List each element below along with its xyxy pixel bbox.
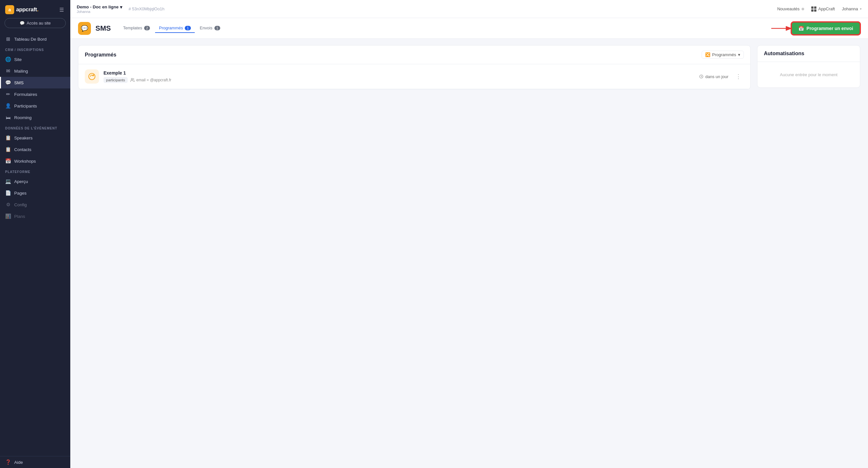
left-panel: Programmés 🔀 Programmés ▾ bbox=[78, 45, 751, 462]
sidebar-item-aide[interactable]: ❓ Aide bbox=[0, 457, 70, 468]
sidebar-label-apercu: Aperçu bbox=[14, 179, 65, 184]
automatisations-header: Automatisations bbox=[757, 46, 860, 62]
programmes-card: Programmés 🔀 Programmés ▾ bbox=[78, 45, 751, 89]
arrow-annotation bbox=[771, 22, 797, 35]
programmes-filter[interactable]: 🔀 Programmés ▾ bbox=[702, 51, 744, 59]
svg-point-2 bbox=[89, 73, 95, 80]
svg-point-3 bbox=[131, 78, 133, 80]
sms-item-filter-info: email = @appcraft.fr bbox=[130, 78, 172, 82]
bed-icon: 🛏 bbox=[5, 115, 11, 120]
tab-programmes[interactable]: Programmés 1 bbox=[155, 24, 195, 33]
sidebar-item-site[interactable]: 🌐 Site bbox=[0, 54, 70, 65]
sms-item-icon bbox=[85, 69, 99, 84]
sidebar-item-sms[interactable]: 💬 SMS bbox=[0, 77, 70, 88]
access-site-button[interactable]: 💬 Accès au site bbox=[4, 18, 66, 28]
user-menu[interactable]: Johanna ▾ bbox=[842, 6, 862, 11]
sidebar-item-contacts[interactable]: 📋 Contacts bbox=[0, 144, 70, 155]
sms-item-name: Exemple 1 bbox=[103, 70, 694, 76]
calendar-icon: 📅 bbox=[5, 158, 11, 164]
form-icon: ✏ bbox=[5, 91, 11, 97]
sidebar-label-rooming: Rooming bbox=[14, 115, 65, 120]
logo-text: appcraft. bbox=[16, 6, 38, 13]
sidebar-label-site: Site bbox=[14, 57, 65, 62]
sidebar-label-sms: SMS bbox=[14, 80, 65, 85]
config-icon: ⚙ bbox=[5, 202, 11, 208]
programmer-btn-label: Programmer un envoi bbox=[806, 26, 853, 31]
appcraft-button[interactable]: AppCraft bbox=[808, 6, 838, 11]
person-icon: 👤 bbox=[5, 103, 11, 109]
sidebar-label-workshops: Workshops bbox=[14, 159, 65, 164]
sms-time-text: dans un jour bbox=[705, 74, 728, 79]
programmes-title: Programmés bbox=[85, 52, 116, 58]
sms-item-tags: participants email = @appcraft.fr bbox=[103, 77, 694, 83]
sidebar-label-pages: Pages bbox=[14, 191, 65, 196]
user-chevron-icon: ▾ bbox=[860, 7, 862, 11]
sidebar: a appcraft. ☰ 💬 Accès au site ⊞ Tableau … bbox=[0, 0, 70, 468]
tab-templates-badge: 2 bbox=[144, 26, 150, 30]
sidebar-item-mailing[interactable]: ✉ Mailing bbox=[0, 65, 70, 77]
sms-item-info: Exemple 1 participants email = @appcraft… bbox=[103, 70, 694, 83]
sidebar-item-config[interactable]: ⚙ Config bbox=[0, 199, 70, 210]
sidebar-label-speakers: Speakers bbox=[14, 136, 65, 140]
right-panel: Automatisations Aucune entrée pour le mo… bbox=[757, 45, 860, 462]
topbar: Demo - Doc en ligne ▾ Johanna # 53nX0Mbj… bbox=[70, 0, 868, 18]
event-data-section-label: DONNÉES DE L'ÉVÉNEMENT bbox=[0, 123, 70, 132]
page-body: Programmés 🔀 Programmés ▾ bbox=[70, 39, 868, 468]
nouveautes-label: Nouveautés bbox=[777, 6, 799, 11]
sidebar-item-speakers[interactable]: 📋 Speakers bbox=[0, 132, 70, 144]
access-icon: 💬 bbox=[20, 21, 25, 26]
doc-name-text: Demo - Doc en ligne bbox=[77, 4, 119, 9]
sidebar-item-plans[interactable]: 📊 Plans bbox=[0, 210, 70, 222]
filter-icon: 🔀 bbox=[705, 52, 710, 57]
appcraft-label: AppCraft bbox=[818, 6, 835, 11]
nouveautes-button[interactable]: Nouveautés bbox=[777, 6, 804, 11]
sms-filter-text: email = @appcraft.fr bbox=[136, 78, 172, 82]
sidebar-label-participants: Participants bbox=[14, 104, 65, 109]
pages-icon: 📄 bbox=[5, 190, 11, 196]
sidebar-label-contacts: Contacts bbox=[14, 147, 65, 152]
monitor-icon: 💻 bbox=[5, 178, 11, 184]
sidebar-label-formulaires: Formulaires bbox=[14, 92, 65, 97]
sms-item-time: dans un jour bbox=[699, 74, 728, 79]
sidebar-item-formulaires[interactable]: ✏ Formulaires bbox=[0, 88, 70, 100]
hamburger-menu-icon[interactable]: ☰ bbox=[58, 5, 65, 14]
user-name: Johanna bbox=[842, 6, 858, 11]
tab-envois[interactable]: Envois 1 bbox=[196, 24, 224, 33]
sidebar-item-rooming[interactable]: 🛏 Rooming bbox=[0, 112, 70, 123]
sidebar-item-label: Tableau De Bord bbox=[14, 37, 65, 41]
tab-templates-label: Templates bbox=[123, 26, 142, 30]
topbar-doc-sub: Johanna bbox=[77, 10, 122, 13]
sidebar-item-workshops[interactable]: 📅 Workshops bbox=[0, 155, 70, 167]
programmer-envoi-button[interactable]: 📅 Programmer un envoi bbox=[791, 22, 860, 35]
filter-chevron-icon: ▾ bbox=[738, 52, 740, 57]
automatisations-card: Automatisations Aucune entrée pour le mo… bbox=[757, 45, 860, 88]
nouveautes-dot bbox=[802, 8, 804, 10]
sidebar-item-tableau-de-bord[interactable]: ⊞ Tableau De Bord bbox=[0, 33, 70, 45]
sms-page-icon: 💬 bbox=[78, 22, 91, 35]
sidebar-item-participants[interactable]: 👤 Participants bbox=[0, 100, 70, 112]
mail-icon: ✉ bbox=[5, 68, 11, 74]
clock-icon bbox=[699, 74, 704, 79]
appcraft-grid-icon bbox=[811, 6, 816, 11]
refresh-icon bbox=[88, 72, 96, 81]
tab-envois-badge: 1 bbox=[214, 26, 220, 30]
sidebar-item-pages[interactable]: 📄 Pages bbox=[0, 187, 70, 199]
crm-section-label: CRM / INSCRIPTIONS bbox=[0, 45, 70, 54]
automatisations-title: Automatisations bbox=[764, 51, 804, 56]
tab-templates[interactable]: Templates 2 bbox=[119, 24, 154, 33]
sidebar-bottom: ❓ Aide bbox=[0, 456, 70, 468]
speakers-icon: 📋 bbox=[5, 135, 11, 141]
sms-item-menu-button[interactable]: ⋮ bbox=[733, 72, 744, 81]
topbar-doc-selector[interactable]: Demo - Doc en ligne ▾ Johanna bbox=[77, 4, 122, 13]
sidebar-label-mailing: Mailing bbox=[14, 69, 65, 74]
tab-envois-label: Envois bbox=[200, 26, 213, 30]
page-header: 💬 SMS Templates 2 Programmés 1 Envois 1 bbox=[70, 18, 868, 39]
tab-programmes-badge: 1 bbox=[185, 26, 191, 30]
tab-programmes-label: Programmés bbox=[159, 26, 183, 30]
sidebar-label-plans: Plans bbox=[14, 214, 65, 219]
programmes-header: Programmés 🔀 Programmés ▾ bbox=[79, 46, 750, 64]
logo-area: a appcraft. bbox=[5, 5, 38, 14]
sidebar-item-apercu[interactable]: 💻 Aperçu bbox=[0, 176, 70, 187]
sms-icon: 💬 bbox=[5, 80, 11, 86]
sms-tag: participants bbox=[103, 77, 128, 83]
